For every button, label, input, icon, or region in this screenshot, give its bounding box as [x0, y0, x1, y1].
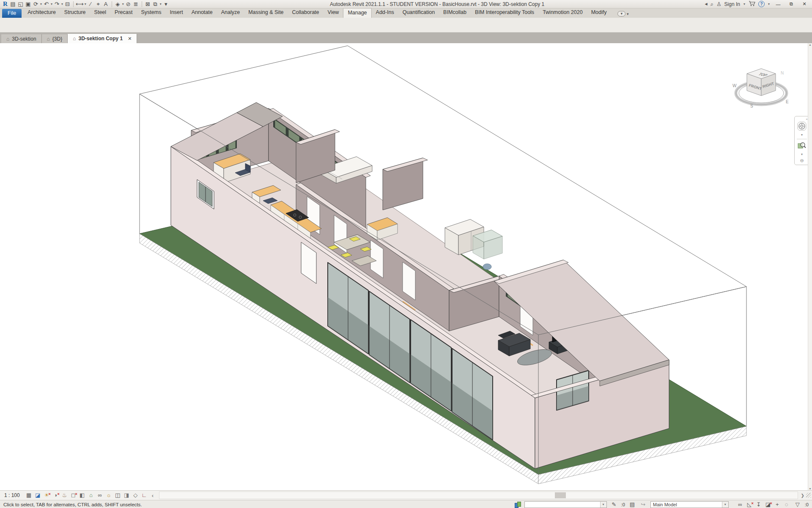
ribbon-tab-precast[interactable]: Precast [110, 8, 137, 18]
scale-button[interactable]: 1 : 100 [2, 492, 24, 498]
worksets-combobox[interactable]: ▾ [524, 501, 607, 508]
measure-icon-dropdown[interactable]: ▾ [85, 2, 86, 6]
file-tab[interactable]: File [2, 9, 22, 18]
detail-level-icon[interactable]: ▦ [25, 491, 33, 500]
select-pinned-icon[interactable]: ↧ [755, 501, 763, 508]
ribbon-tab-structure[interactable]: Structure [60, 8, 90, 18]
ribbon-tab-systems[interactable]: Systems [137, 8, 165, 18]
selection-filter-icon[interactable]: ▽ [794, 501, 801, 508]
print-icon[interactable]: ⊟ [64, 0, 71, 8]
temporary-view-properties-icon[interactable]: ∞ [96, 491, 104, 500]
viewcube[interactable]: W S E N TOP FRONT RIGHT [728, 61, 796, 116]
tag-by-category-icon[interactable]: ⌖ [95, 0, 102, 8]
ribbon-tab-massing-site[interactable]: Massing & Site [244, 8, 288, 18]
redo-icon-dropdown[interactable]: ▾ [61, 2, 63, 6]
lock-3d-view-icon[interactable]: ⌂ [87, 491, 96, 500]
ribbon-tab-annotate[interactable]: Annotate [187, 8, 217, 18]
vertical-scrollbar[interactable]: ▲ ▼ [808, 43, 812, 490]
resize-grip[interactable] [806, 493, 811, 498]
sync-with-central-icon-dropdown[interactable]: ▾ [40, 2, 42, 6]
ui-viewer-icon[interactable]: ▤ [9, 0, 16, 8]
select-underlay-icon[interactable]: ◺× [746, 501, 753, 508]
steering-wheel-icon[interactable] [797, 121, 807, 133]
ribbon-tab-collaborate[interactable]: Collaborate [288, 8, 324, 18]
sun-path-icon[interactable]: ☀× [42, 491, 51, 500]
text-icon[interactable]: A [102, 0, 110, 8]
view-tab-3d-sektion-copy-1[interactable]: ⌂3D-sektion Copy 1✕ [68, 34, 137, 43]
editable-only-icon[interactable]: ✎ [610, 501, 618, 508]
customize-qat-icon[interactable]: ▾ [162, 0, 170, 8]
section-icon[interactable]: ⊘ [125, 0, 132, 8]
ribbon-tab-bim-interoperability-tools[interactable]: BIM Interoperability Tools [471, 8, 538, 18]
rendering-dialog-icon[interactable]: ♨ [60, 491, 69, 500]
reveal-hidden-icon[interactable]: ☼ [104, 491, 113, 500]
zoom-icon[interactable] [797, 141, 807, 152]
worksets-dropdown-icon[interactable]: ▾ [600, 502, 606, 508]
scroll-down-icon[interactable]: ▼ [809, 487, 812, 490]
restore-button[interactable]: ⧉ [786, 1, 796, 7]
reveal-constraints-icon[interactable]: ∟ [140, 491, 149, 500]
ribbon-tab-view[interactable]: View [324, 8, 343, 18]
horizontal-scrollbar-thumb[interactable] [555, 492, 566, 498]
close-button[interactable]: ✕ [799, 1, 809, 7]
zoom-dropdown-icon[interactable]: ▾ [801, 152, 803, 156]
ribbon-tab-steel[interactable]: Steel [90, 8, 111, 18]
pan-right-icon[interactable]: ❯ [799, 493, 806, 498]
sign-in-button[interactable]: Sign In [724, 1, 740, 7]
select-links-icon[interactable]: ∞ [736, 501, 744, 508]
displacement-sets-icon[interactable]: ◇ [131, 491, 140, 500]
shadows-icon[interactable]: ◑× [51, 491, 60, 500]
ribbon-tab-manage[interactable]: Manage [343, 8, 371, 18]
close-hidden-windows-icon[interactable]: ⊠ [144, 0, 151, 8]
viewcube-north[interactable]: N [781, 71, 784, 75]
sync-with-central-icon[interactable]: ⟳ [32, 0, 39, 8]
switch-windows-icon-dropdown[interactable]: ▾ [160, 2, 162, 6]
redo-icon[interactable]: ↷ [53, 0, 60, 8]
view-tab-3d[interactable]: ⌂{3D} [42, 34, 68, 43]
view-control-collapse-icon[interactable]: ‹ [149, 492, 156, 499]
temporary-view-template-icon[interactable]: ◨ [122, 491, 131, 500]
scroll-up-icon[interactable]: ▲ [809, 43, 812, 46]
ribbon-tab-bimcollab[interactable]: BIMcollab [439, 8, 471, 18]
switch-windows-icon[interactable]: ⧉ [152, 0, 159, 8]
ribbon-tab-modify[interactable]: Modify [587, 8, 611, 18]
help-icon[interactable]: ? [758, 1, 765, 7]
design-option-dropdown-icon[interactable]: ▾ [722, 502, 728, 508]
collapse-search-icon[interactable]: ◀ [705, 2, 708, 6]
ribbon-tab-twinmotion-2020[interactable]: Twinmotion 2020 [538, 8, 587, 18]
revit-logo[interactable]: R [2, 0, 9, 8]
thin-lines-icon[interactable]: ≣ [132, 0, 140, 8]
default-3d-view-icon[interactable]: ◈ [114, 0, 121, 8]
minimize-button[interactable]: — [773, 2, 783, 7]
default-3d-view-icon-dropdown[interactable]: ▾ [122, 2, 124, 6]
horizontal-scrollbar[interactable] [159, 491, 798, 499]
open-icon[interactable]: ◱ [17, 0, 24, 8]
steering-wheel-dropdown-icon[interactable]: ▾ [801, 133, 803, 137]
crop-region-icon[interactable]: ◧ [78, 491, 87, 500]
ribbon-tab-insert[interactable]: Insert [165, 8, 187, 18]
design-option-combobox[interactable]: Main Model ▾ [650, 501, 729, 508]
model-3d-view[interactable] [0, 43, 808, 490]
ribbon-display-toggle[interactable]: ▾ ▾ [617, 11, 628, 17]
navbar-collapse-icon[interactable]: ⊖ [800, 158, 804, 163]
viewcube-south[interactable]: S [750, 104, 753, 108]
visual-style-icon[interactable]: ◪ [33, 491, 42, 500]
ribbon-tab-analyze[interactable]: Analyze [217, 8, 244, 18]
worksharing-display-icon[interactable]: ◫ [113, 491, 122, 500]
view-tab-3d-sektion[interactable]: ⌂3D-sektion [1, 34, 42, 43]
spinner-icon[interactable]: ◌ [783, 501, 790, 508]
select-by-face-icon[interactable]: ◪× [764, 501, 772, 508]
sign-in-dropdown-icon[interactable]: ▾ [743, 2, 745, 6]
undo-icon[interactable]: ↶ [43, 0, 50, 8]
viewcube-west[interactable]: W [732, 83, 737, 88]
undo-icon-dropdown[interactable]: ▾ [51, 2, 52, 6]
measure-icon[interactable]: ⟷ [76, 0, 84, 8]
worksets-icon[interactable] [515, 502, 521, 508]
exit-design-option-icon[interactable]: ↪ [639, 501, 647, 508]
search-icon[interactable]: ⌕ [710, 1, 713, 8]
save-icon[interactable]: ▣ [25, 0, 32, 8]
ribbon-tab-architecture[interactable]: Architecture [23, 8, 60, 18]
help-dropdown-icon[interactable]: ▾ [768, 2, 770, 6]
ribbon-tab-quantification[interactable]: Quantification [398, 8, 439, 18]
app-store-cart-icon[interactable] [749, 1, 755, 8]
